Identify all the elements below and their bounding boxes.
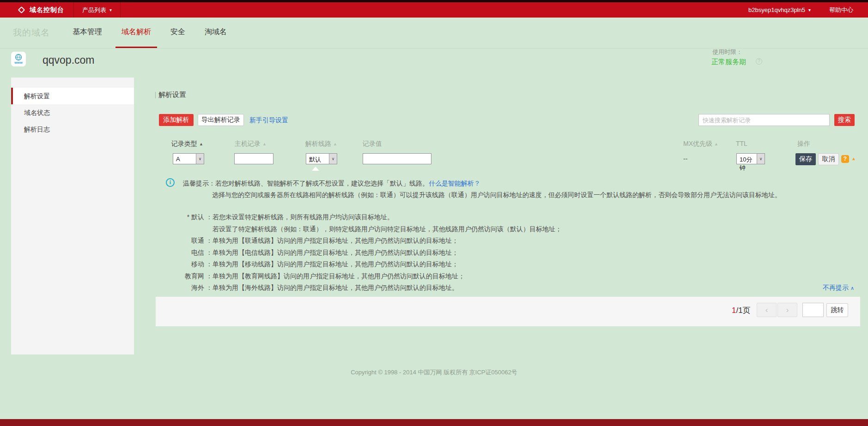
column-header-record-value: 记录值 — [363, 140, 382, 148]
tab-dns-resolution[interactable]: 域名解析 — [115, 18, 157, 48]
select-arrow-icon: ∨ — [757, 154, 765, 164]
page-jump-button[interactable]: 跳转 — [826, 303, 848, 317]
tab-security[interactable]: 安全 — [164, 18, 191, 48]
sort-asc-icon: ▲ — [714, 142, 718, 146]
brand-label: 域名控制台 — [30, 6, 64, 14]
row-help-icon[interactable]: ? — [841, 155, 849, 163]
globe-www-icon: www — [11, 52, 26, 66]
help-center-link[interactable]: 帮助中心 — [817, 2, 868, 18]
sidebar-item-dns-settings[interactable]: 解析设置 — [11, 88, 134, 104]
list-item: 移动 ：单独为用【移动线路】访问的用户指定目标地址，其他用户仍然访问默认的目标地… — [183, 258, 562, 270]
sort-asc-icon: ▲ — [199, 142, 203, 146]
tab-basic-management[interactable]: 基本管理 — [67, 18, 108, 48]
select-arrow-icon: ∨ — [196, 154, 204, 164]
next-page-button[interactable]: › — [777, 303, 797, 317]
chevron-down-icon: ▾ — [808, 7, 811, 12]
sort-asc-icon: ▲ — [333, 142, 337, 146]
page-indicator: 1/1页 — [732, 305, 751, 316]
line-select[interactable]: 默认 ∨ — [306, 153, 337, 164]
dismiss-tips-link[interactable]: 不再提示∧ — [823, 284, 854, 292]
what-is-smart-dns-link[interactable]: 什么是智能解析？ — [429, 180, 480, 187]
mx-priority-value: -- — [683, 155, 687, 162]
navbar-divider — [120, 2, 121, 18]
column-header-ttl: TTL — [736, 140, 747, 147]
tips-line2: 选择与您的空间或服务器所在线路相同的解析线路（例如：联通）可以提升该线路（联通）… — [212, 191, 781, 199]
beginner-guide-link[interactable]: 新手引导设置 — [249, 116, 288, 125]
collapse-up-icon: ∧ — [850, 285, 854, 291]
section-title-my-domains: 我的域名 — [13, 27, 50, 39]
sort-asc-icon: ▲ — [262, 142, 267, 146]
list-item: 电信 ：单独为用【电信线路】访问的用户指定目标地址，其他用户仍然访问默认的目标地… — [183, 247, 562, 259]
search-input[interactable] — [698, 114, 830, 126]
column-header-line[interactable]: 解析线路▲ — [305, 140, 337, 148]
list-item: 教育网 ：单独为用【教育网线路】访问的用户指定目标地址，其他用户仍然访问默认的目… — [183, 270, 562, 282]
title-marker — [155, 92, 156, 98]
record-value-input[interactable] — [363, 153, 431, 164]
ttl-select[interactable]: 10分钟 ∨ — [736, 153, 765, 164]
host-record-input[interactable] — [234, 153, 273, 164]
prev-page-button[interactable]: ‹ — [757, 303, 777, 317]
record-type-select[interactable]: A ∨ — [173, 153, 204, 164]
list-item: 若设置了特定解析线路（例如：联通），则特定线路用户访问特定目标地址，其他线路用户… — [183, 223, 562, 235]
tooltip-arrow — [312, 167, 319, 171]
select-arrow-icon: ∨ — [329, 154, 337, 164]
bottom-red-bar — [0, 419, 868, 426]
collapse-triangle-icon[interactable]: ▲ — [851, 156, 856, 161]
sidebar: 解析设置 域名状态 解析日志 — [11, 78, 134, 354]
usage-period-label: 使用时限： — [712, 48, 742, 56]
copyright-footer: Copyright © 1998 - 2014 中国万网 版权所有 京ICP证0… — [0, 368, 868, 377]
domain-name: qqvop.com — [42, 54, 95, 66]
product-list-menu[interactable]: 产品列表 ▾ — [74, 2, 120, 18]
list-item: 联通 ：单独为用【联通线路】访问的用户指定目标地址，其他用户仍然访问默认的目标地… — [183, 235, 562, 247]
pagination-bar — [156, 297, 860, 326]
console-brand[interactable]: 域名控制台 — [0, 2, 73, 18]
column-header-mx-priority[interactable]: MX优先级▲ — [683, 140, 718, 148]
chevron-down-icon: ▾ — [109, 7, 112, 12]
domain-console-page: 域名控制台 产品列表 ▾ b2bsyep1qvhqz3pln5 ▾ 帮助中心 我… — [0, 0, 868, 426]
tips-line1: 温馨提示：若您对解析线路、智能解析不了解或不想设置，建议您选择「默认」线路。什么… — [183, 180, 480, 188]
page-title: 解析设置 — [158, 90, 186, 99]
tab-tao-domain[interactable]: 淘域名 — [199, 18, 233, 48]
info-icon: i — [166, 178, 175, 187]
cancel-button[interactable]: 取消 — [818, 153, 839, 165]
export-records-button[interactable]: 导出解析记录 — [198, 114, 244, 126]
column-header-host-record[interactable]: 主机记录▲ — [235, 140, 267, 148]
save-button[interactable]: 保存 — [795, 153, 816, 165]
column-header-actions: 操作 — [797, 140, 810, 148]
domain-tabbar: 我的域名 基本管理 域名解析 安全 淘域名 — [0, 18, 868, 48]
search-button[interactable]: 搜索 — [834, 114, 855, 126]
wanwang-logo-icon — [18, 6, 25, 14]
page-jump-input[interactable] — [802, 303, 824, 317]
column-header-record-type[interactable]: 记录类型▲ — [171, 140, 203, 148]
sidebar-item-domain-status[interactable]: 域名状态 — [11, 104, 134, 121]
add-record-button[interactable]: 添加解析 — [159, 114, 194, 126]
list-item: * 默认 ：若您未设置特定解析线路，则所有线路用户均访问该目标地址。 — [183, 211, 562, 223]
service-status-badge: 正常服务期 — [711, 58, 746, 66]
list-item: 海外 ：单独为用【海外线路】访问的用户指定目标地址，其他用户仍然访问默认的目标地… — [183, 282, 562, 294]
status-help-icon[interactable]: ? — [756, 58, 762, 65]
account-name: b2bsyep1qvhqz3pln5 — [748, 6, 805, 13]
top-navbar: 域名控制台 产品列表 ▾ b2bsyep1qvhqz3pln5 ▾ 帮助中心 — [0, 2, 868, 18]
account-menu[interactable]: b2bsyep1qvhqz3pln5 ▾ — [742, 2, 817, 18]
line-explanations: * 默认 ：若您未设置特定解析线路，则所有线路用户均访问该目标地址。 若设置了特… — [183, 211, 562, 294]
svg-text:www: www — [14, 60, 23, 65]
sidebar-item-dns-log[interactable]: 解析日志 — [11, 121, 134, 138]
product-list-label: 产品列表 — [82, 6, 106, 14]
